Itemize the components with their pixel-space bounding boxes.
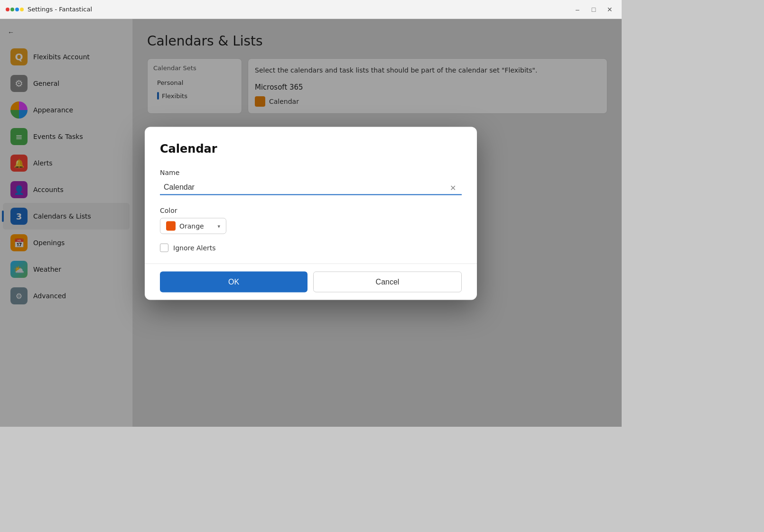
name-input[interactable] [160, 180, 462, 195]
cancel-button[interactable]: Cancel [313, 272, 462, 293]
name-field-label: Name [160, 169, 462, 176]
maximize-button[interactable]: □ [587, 3, 600, 16]
ignore-alerts-row: Ignore Alerts [160, 244, 462, 252]
window-title: Settings - Fantastical [28, 6, 92, 13]
ignore-alerts-label: Ignore Alerts [173, 244, 216, 252]
ignore-alerts-checkbox[interactable] [160, 244, 168, 252]
color-field-label: Color [160, 207, 462, 214]
dialog-title: Calendar [160, 142, 462, 156]
ok-button[interactable]: OK [160, 272, 307, 293]
minimize-button[interactable]: – [571, 3, 584, 16]
calendar-dialog: Calendar Name ✕ Color Orange ▾ Ignore Al… [145, 127, 477, 300]
logo-dot-red [6, 8, 9, 11]
titlebar: Settings - Fantastical – □ ✕ [0, 0, 622, 19]
logo-dot-yellow [20, 8, 24, 11]
close-button[interactable]: ✕ [604, 3, 616, 16]
name-clear-button[interactable]: ✕ [447, 183, 458, 193]
dialog-body: Calendar Name ✕ Color Orange ▾ Ignore Al… [145, 127, 477, 264]
color-dot [166, 221, 176, 231]
window-controls: – □ ✕ [571, 3, 616, 16]
app-logo [6, 8, 24, 11]
logo-dot-blue [15, 8, 19, 11]
chevron-down-icon: ▾ [217, 223, 220, 229]
name-field-wrap: ✕ [160, 180, 462, 195]
dialog-footer: OK Cancel [145, 264, 477, 300]
logo-dot-green [10, 8, 14, 11]
color-section: Color Orange ▾ [160, 207, 462, 234]
color-text: Orange [179, 222, 214, 230]
titlebar-left: Settings - Fantastical [6, 6, 92, 13]
color-dropdown[interactable]: Orange ▾ [160, 218, 226, 234]
